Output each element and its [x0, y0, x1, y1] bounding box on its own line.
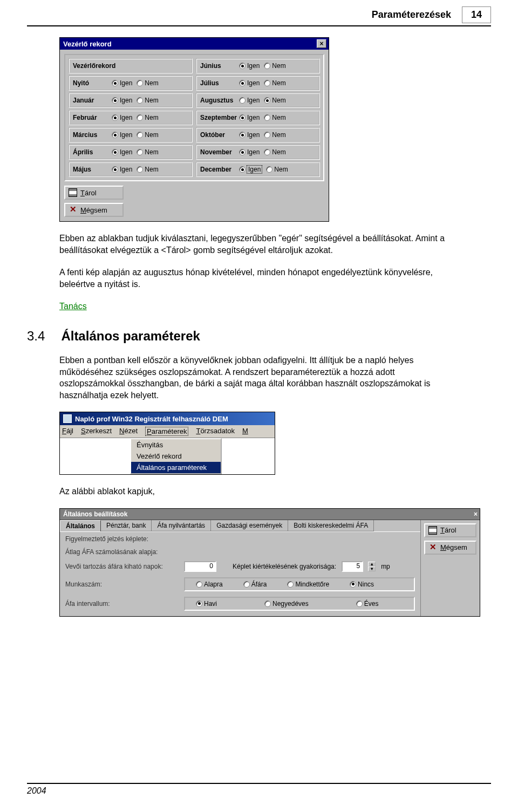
- radio-no[interactable]: Nem: [264, 131, 285, 139]
- menu-item-Fájl[interactable]: Fájl: [62, 427, 73, 436]
- month-Július: JúliusIgenNem: [196, 76, 320, 91]
- radio-yes[interactable]: Igen: [239, 62, 260, 70]
- radio-no[interactable]: Nem: [137, 97, 158, 104]
- radio-yes[interactable]: Igen: [112, 148, 132, 156]
- tab-3[interactable]: Gazdasági események: [211, 520, 288, 531]
- tip-link[interactable]: Tanács: [59, 302, 87, 311]
- eval-freq-unit: mp: [381, 563, 390, 570]
- radio-no[interactable]: Nem: [264, 148, 285, 156]
- radio-no[interactable]: Nem: [266, 166, 288, 173]
- tab-0[interactable]: Általános: [60, 520, 101, 531]
- radio-yes[interactable]: Igen: [239, 148, 260, 156]
- vat-interval-label: Áfa intervallum:: [65, 600, 179, 608]
- eval-freq-spinner[interactable]: ▲▼: [368, 562, 376, 571]
- cancel-icon: ✕: [428, 543, 437, 552]
- vatint-Éves[interactable]: Éves: [356, 600, 379, 608]
- month-Április: ÁprilisIgenNem: [69, 145, 193, 160]
- control-record-label: Vezérlőrekord: [69, 58, 193, 73]
- menu-item-Szerkeszt[interactable]: Szerkeszt: [81, 427, 112, 436]
- dialog-title: Vezérlő rekord: [63, 40, 112, 48]
- tab-4[interactable]: Bolti kiskereskedelmi ÁFA: [288, 520, 374, 531]
- radio-yes[interactable]: Igen: [112, 131, 132, 139]
- month-Október: OktóberIgenNem: [196, 127, 320, 142]
- paragraph-2: A fenti kép alapján az augusztus hónap k…: [59, 267, 459, 290]
- radio-yes[interactable]: Igen: [112, 79, 132, 87]
- app-titlebar: Napló prof Win32 Regisztrált felhasználó…: [60, 412, 275, 425]
- radio-yes[interactable]: Igen: [112, 114, 132, 121]
- radio-yes[interactable]: Igen: [239, 79, 260, 87]
- menu-item-M[interactable]: M: [242, 427, 248, 436]
- close-icon[interactable]: ×: [474, 510, 478, 518]
- menu-dropdown-item-1[interactable]: Vezérlő rekord: [131, 451, 221, 462]
- footer: 2004: [27, 783, 491, 796]
- radio-no[interactable]: Nem: [264, 97, 285, 104]
- radio-no[interactable]: Nem: [264, 62, 285, 70]
- close-icon[interactable]: ×: [317, 39, 326, 48]
- radio-no[interactable]: Nem: [137, 79, 158, 87]
- save-icon: [69, 188, 77, 197]
- header-title: Paraméterezések: [372, 9, 451, 21]
- radio-no[interactable]: Nem: [137, 131, 158, 139]
- save-button[interactable]: Tárol: [64, 186, 124, 200]
- radio-yes[interactable]: Igen: [239, 114, 260, 121]
- work-number-radios[interactable]: AlapraÁfáraMindkettőreNincs: [184, 577, 415, 591]
- month-December: DecemberIgenNem: [196, 162, 320, 177]
- menu-bar[interactable]: FájlSzerkesztNézetParaméterekTörzsadatok…: [60, 425, 275, 438]
- radio-yes[interactable]: Igen: [112, 97, 132, 104]
- menu-item-Törzsadatok[interactable]: Törzsadatok: [196, 427, 235, 436]
- menu-dropdown[interactable]: ÉvnyitásVezérlő rekordÁltalános paraméte…: [130, 438, 222, 474]
- tab-1[interactable]: Pénztár, bank: [101, 520, 152, 531]
- eval-freq-input[interactable]: 5: [342, 561, 363, 572]
- debt-days-input[interactable]: 0: [184, 561, 216, 572]
- control-record-dialog: Vezérlő rekord × VezérlőrekordJúniusIgen…: [59, 37, 329, 222]
- cancel-button[interactable]: ✕ Mégsem: [64, 203, 124, 217]
- warn-formula-label: Figyelmeztető jelzés képlete:: [65, 535, 179, 543]
- menu-item-Paraméterek[interactable]: Paraméterek: [145, 427, 188, 436]
- month-Január: JanuárIgenNem: [69, 93, 193, 108]
- dialog2-save-button[interactable]: Tárol: [424, 523, 476, 537]
- vatint-Negyedéves[interactable]: Negyedéves: [264, 600, 309, 608]
- avg-vat-base-label: Átlag ÁFA számolásának alapja:: [65, 548, 179, 556]
- app-icon: [63, 414, 72, 423]
- workno-Nincs[interactable]: Nincs: [350, 581, 374, 588]
- save-button-label: árol: [85, 189, 97, 197]
- radio-no[interactable]: Nem: [264, 114, 285, 121]
- radio-no[interactable]: Nem: [137, 114, 158, 121]
- menu-item-Nézet[interactable]: Nézet: [119, 427, 138, 436]
- radio-yes[interactable]: Igen: [112, 166, 132, 173]
- radio-yes[interactable]: Igen: [239, 97, 260, 104]
- month-Május: MájusIgenNem: [69, 162, 193, 177]
- dialog2-cancel-button[interactable]: ✕ Mégsem: [424, 541, 476, 555]
- vatint-Havi[interactable]: Havi: [196, 600, 217, 608]
- radio-no[interactable]: Nem: [264, 79, 285, 87]
- workno-Alapra[interactable]: Alapra: [196, 581, 223, 588]
- radio-no[interactable]: Nem: [137, 166, 158, 173]
- paragraph-1: Ebben az ablakban tudjuk kiválasztani, l…: [59, 233, 459, 256]
- section-number: 3.4: [27, 329, 45, 344]
- month-Február: FebruárIgenNem: [69, 110, 193, 125]
- vat-interval-radios[interactable]: HaviNegyedévesÉves: [184, 597, 415, 611]
- section-title: Általános paraméterek: [61, 329, 200, 344]
- debt-days-label: Vevői tartozás áfára kiható napok:: [65, 563, 179, 570]
- month-Augusztus: AugusztusIgenNem: [196, 93, 320, 108]
- month-Június: JúniusIgenNem: [196, 58, 320, 73]
- radio-yes[interactable]: Igen: [239, 166, 262, 173]
- tab-strip[interactable]: ÁltalánosPénztár, bankÁfa nyilvántartásG…: [60, 520, 420, 531]
- work-number-label: Munkaszám:: [65, 581, 179, 588]
- menu-dropdown-item-2[interactable]: Általános paraméterek: [131, 462, 221, 473]
- dialog-titlebar[interactable]: Vezérlő rekord ×: [60, 38, 329, 50]
- page-header: Paraméterezések 14: [27, 6, 491, 26]
- cancel-icon: ✕: [69, 206, 77, 214]
- radio-no[interactable]: Nem: [137, 148, 158, 156]
- page-number: 14: [462, 6, 491, 23]
- workno-Áfára[interactable]: Áfára: [243, 581, 267, 588]
- workno-Mindkettőre[interactable]: Mindkettőre: [287, 581, 329, 588]
- menu-dropdown-item-0[interactable]: Évnyitás: [131, 439, 221, 451]
- month-Szeptember: SzeptemberIgenNem: [196, 110, 320, 125]
- radio-yes[interactable]: Igen: [239, 131, 260, 139]
- tab-2[interactable]: Áfa nyilvántartás: [152, 520, 211, 531]
- save-icon: [428, 526, 437, 535]
- dialog2-titlebar[interactable]: Általános beállítások ×: [60, 509, 480, 520]
- month-November: NovemberIgenNem: [196, 145, 320, 160]
- dialog2-title: Általános beállítások: [63, 510, 127, 518]
